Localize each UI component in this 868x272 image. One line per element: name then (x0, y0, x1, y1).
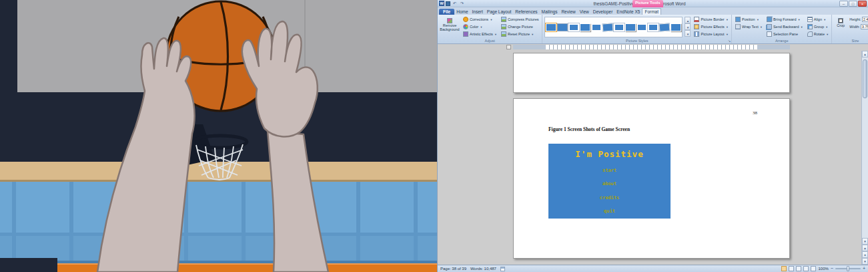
print-layout-view-button[interactable] (781, 266, 787, 271)
document-page-1[interactable] (513, 53, 790, 93)
horizontal-ruler[interactable] (438, 44, 868, 51)
gallery-down-button[interactable]: ▾ (685, 23, 691, 30)
maximize-button[interactable]: □ (849, 1, 857, 7)
picture-style-thumbnail[interactable] (557, 23, 568, 31)
web-layout-view-button[interactable] (796, 266, 801, 271)
page-indicator[interactable]: Page: 38 of 39 (440, 267, 466, 271)
tab-home[interactable]: Home (454, 9, 470, 15)
group-label: Group (814, 25, 824, 29)
picture-style-thumbnail[interactable] (671, 23, 681, 31)
vertical-scrollbar[interactable]: ▲ ▼ ▲ ● ▼ (861, 51, 868, 265)
picture-style-thumbnail[interactable] (591, 23, 602, 31)
document-area[interactable]: 38 Figure 1 Screen Shots of Game Screen … (438, 51, 868, 265)
picture-style-thumbnail[interactable] (580, 23, 590, 31)
screenshot-root: W ↶ ↷ thesisGAME-PositiveBEAR-V3 - Micro… (0, 0, 868, 272)
picture-border-button[interactable]: Picture Border (693, 16, 729, 23)
rotate-button[interactable]: Rotate (806, 31, 829, 37)
figure-image-game-menu[interactable]: I'm Positive start about credits quit (548, 144, 671, 219)
picture-style-thumbnail[interactable] (648, 23, 659, 31)
game-title: I'm Positive (575, 149, 643, 159)
align-button[interactable]: Align (806, 16, 829, 23)
tab-review[interactable]: Review (559, 9, 577, 15)
position-button[interactable]: Position (734, 16, 763, 23)
zoom-slider[interactable] (835, 268, 861, 269)
wrap-text-button[interactable]: Wrap Text (734, 23, 763, 30)
change-picture-label: Change Picture (508, 25, 533, 29)
save-button[interactable] (446, 1, 450, 6)
width-input[interactable]: 3.75" (861, 24, 868, 29)
remove-background-button[interactable]: Remove Background (440, 16, 460, 37)
browse-object-button[interactable]: ● (862, 251, 868, 258)
tab-developer[interactable]: Developer (591, 9, 615, 15)
scroll-down-button[interactable]: ▼ (862, 238, 868, 245)
picture-effects-button[interactable]: Picture Effects (693, 23, 729, 30)
tab-format[interactable]: Format (642, 8, 661, 15)
word-app-icon[interactable]: W (439, 1, 444, 6)
navy-floor-corner (0, 258, 57, 272)
bring-forward-button[interactable]: Bring Forward (765, 16, 804, 23)
zoom-level[interactable]: 100% (818, 267, 828, 271)
gallery-more-button[interactable]: ▾ (685, 30, 691, 37)
tab-insert[interactable]: Insert (470, 9, 485, 15)
redo-button[interactable]: ↷ (459, 1, 465, 7)
picture-style-thumbnail[interactable] (625, 23, 636, 31)
tab-endnote[interactable]: EndNote X5 (614, 9, 642, 15)
tab-view[interactable]: View (578, 9, 591, 15)
draft-view-button[interactable] (811, 266, 816, 271)
tab-references[interactable]: References (513, 9, 539, 15)
zoom-slider-thumb[interactable] (847, 266, 849, 271)
tab-file[interactable]: File (439, 9, 454, 15)
remove-background-icon (447, 18, 452, 23)
selection-pane-button[interactable]: Selection Pane (765, 31, 804, 37)
color-button[interactable]: Color (462, 23, 498, 30)
position-label: Position (742, 17, 755, 21)
group-button[interactable]: Group (806, 23, 829, 30)
align-label: Align (814, 17, 822, 21)
word-count[interactable]: Words: 10,487 (470, 267, 496, 271)
reset-picture-button[interactable]: Reset Picture (500, 31, 540, 37)
zoom-in-button[interactable]: + (863, 266, 865, 271)
scroll-up-button[interactable]: ▲ (862, 51, 868, 57)
blue-wall-lower (0, 236, 437, 263)
gallery-up-button[interactable]: ▴ (685, 17, 691, 23)
document-page-2[interactable]: 38 Figure 1 Screen Shots of Game Screen … (513, 98, 790, 259)
close-button[interactable]: × (858, 1, 867, 7)
crop-button[interactable]: Crop (834, 16, 847, 37)
wrap-text-icon (735, 24, 741, 29)
ribbon-group-size: Crop Height: 2.42" Width: 3.75" ↘ Size (832, 15, 868, 43)
height-input[interactable]: 2.42" (862, 17, 868, 22)
full-screen-reading-view-button[interactable] (789, 266, 794, 271)
scrollbar-thumb[interactable] (863, 59, 867, 98)
proofing-status-icon[interactable] (500, 267, 505, 271)
picture-layout-button[interactable]: Picture Layout (693, 31, 729, 37)
compress-pictures-button[interactable]: Compress Pictures (500, 16, 540, 23)
minimize-button[interactable]: – (839, 1, 848, 7)
send-backward-button[interactable]: Send Backward (765, 23, 804, 30)
position-icon (735, 17, 741, 22)
quick-access-toolbar: W ↶ ↷ (439, 1, 465, 7)
size-group-label: Size (832, 39, 868, 43)
picture-style-thumbnail[interactable] (636, 23, 647, 31)
window-controls: – □ × (839, 1, 867, 7)
tab-page-layout[interactable]: Page Layout (485, 9, 514, 15)
picture-styles-gallery[interactable] (544, 17, 683, 37)
outline-view-button[interactable] (803, 266, 809, 271)
next-page-button[interactable]: ▼ (862, 258, 868, 265)
zoom-out-button[interactable]: − (831, 266, 833, 271)
picture-style-thumbnail[interactable] (614, 23, 624, 31)
selection-pane-icon (767, 31, 772, 37)
corrections-button[interactable]: Corrections (462, 16, 498, 23)
tab-mailings[interactable]: Mailings (540, 9, 560, 15)
change-picture-button[interactable]: Change Picture (500, 23, 540, 30)
previous-page-button[interactable]: ▲ (862, 245, 868, 251)
game-menu-start: start (602, 168, 616, 173)
picture-style-thumbnail[interactable] (568, 23, 579, 31)
artistic-effects-button[interactable]: Artistic Effects (462, 31, 498, 37)
ribbon-group-adjust: Remove Background Corrections Color Arti… (438, 15, 542, 43)
tab-stop-selector[interactable] (506, 45, 511, 49)
picture-style-thumbnail[interactable] (602, 23, 614, 31)
picture-style-thumbnail[interactable] (546, 23, 556, 31)
ribbon-tabs: File Home Insert Page Layout References … (438, 7, 868, 15)
picture-style-thumbnail[interactable] (659, 23, 671, 31)
undo-button[interactable]: ↶ (452, 1, 458, 7)
